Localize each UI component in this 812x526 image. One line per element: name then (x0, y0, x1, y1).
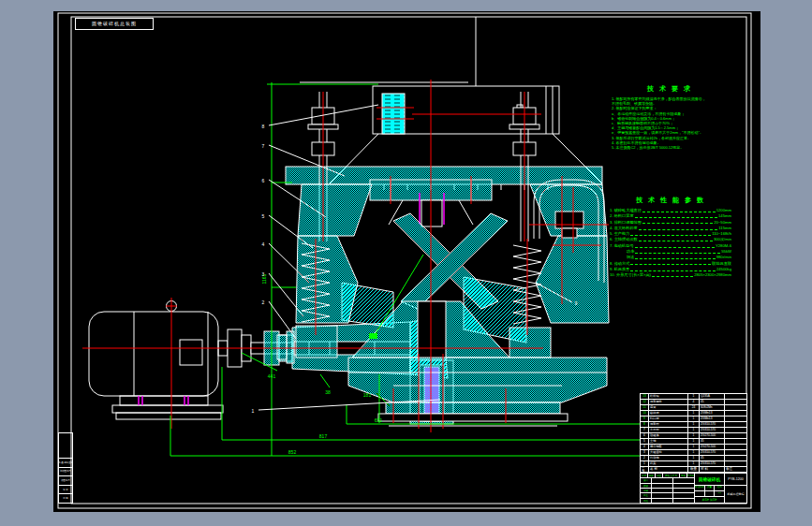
drawing-number-area: PYB-1200 机械工程学院 (725, 474, 746, 503)
svg-text:8: 8 (262, 124, 265, 129)
binding-strip-cell (58, 432, 73, 459)
feed-assembly (286, 17, 602, 190)
electric-motor (89, 301, 228, 420)
svg-text:9: 9 (575, 300, 578, 306)
unit-name: 机械工程学院 (725, 486, 746, 503)
motor-foot-hatch (139, 396, 188, 405)
svg-text:7: 7 (262, 143, 265, 149)
binding-strip-table: 借(通)用件登记 旧底图总号 底图总号 签 字 日 期 (58, 432, 73, 504)
technical-requirements-block: 技 术 要 求 1. 装配前所有零件均须清洗干净，配合表面涂以润滑油， 不得有毛… (612, 84, 728, 150)
binding-strip-row: 旧底图总号 (58, 468, 73, 477)
dimension-852: 852 (288, 449, 297, 455)
binding-strip-row: 借(通)用件登记 (58, 459, 73, 468)
feed-box (382, 94, 405, 134)
svg-text:1: 1 (252, 408, 255, 414)
cad-application-window: { "window": {"background": "#8C99AD", "c… (0, 0, 812, 526)
title-area: 圆锥破碎机 阶段标记 质量 比例 1:5 共1张 第1张 (695, 474, 725, 503)
technical-requirements-title: 技 术 要 求 (612, 84, 728, 94)
title-block: 标记 处数 分区 更改文件号 签名 年月日 设计 校核 审核 工艺 批准 圆锥破… (640, 473, 747, 504)
revision-grid: 标记 处数 分区 更改文件号 签名 年月日 设计 校核 审核 工艺 批准 (641, 474, 695, 503)
tech-line: 5. 未注倒角C2，涂漆按JB/T 5000.12规定。 (612, 145, 728, 150)
perf-item: 10. 外形尺寸(长×宽×高)2805×2300×2980mm (610, 272, 731, 278)
drawing-frame-label: 圆锥破碎机总装图 (75, 18, 154, 30)
binding-strip-row: 签 字 (58, 486, 73, 495)
svg-text:2: 2 (262, 300, 265, 305)
dimension-651: 651 (375, 417, 383, 423)
motor-foot (120, 396, 208, 405)
motor-junction-box (180, 340, 202, 365)
table-header-row: 序号名 称数量材 料备注 (641, 467, 746, 472)
drawing-title: 圆锥破碎机 (695, 474, 724, 486)
binding-strip-row: 底图总号 (58, 476, 73, 486)
parts-list-table: 13给料箱1Q235A 12调整螺栓445 11弹簧2460Si2Mn 10破碎… (640, 393, 747, 473)
dimension-181: 181 (363, 392, 372, 398)
dimension-441: 441 (268, 373, 276, 379)
svg-text:3: 3 (262, 271, 265, 277)
performance-parameters-block: 技 术 性 能 参 数 1. 破碎锥大端直径1200mm 2. 给料口宽度145… (610, 196, 731, 279)
svg-text:4: 4 (262, 241, 265, 247)
drawing-number: PYB-1200 (725, 474, 746, 486)
binding-strip-row: 日 期 (58, 494, 73, 504)
dimension-817: 817 (319, 433, 328, 439)
signature-row: 批准 (641, 499, 694, 503)
scale-value: 1:5 (715, 491, 724, 496)
base-frame (348, 358, 607, 426)
performance-parameters-title: 技 术 性 能 参 数 (610, 196, 731, 205)
sheet-count: 共1张 第1张 (695, 497, 724, 503)
dimension-38: 38 (325, 389, 331, 395)
svg-text:6: 6 (262, 178, 265, 183)
svg-text:5: 5 (262, 213, 265, 219)
drawing-sheet: 651 817 852 441 38 181 1161 8 7 6 5 4 3 … (53, 11, 760, 512)
